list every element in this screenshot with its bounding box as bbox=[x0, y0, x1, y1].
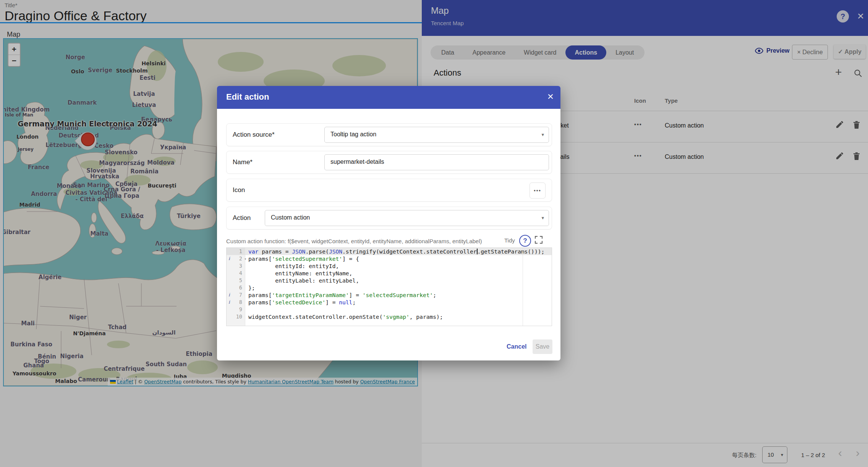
icon-label: Icon bbox=[233, 186, 245, 194]
action-source-select[interactable]: Tooltip tag action ▾ bbox=[324, 127, 549, 143]
dialog-title: Edit action bbox=[226, 92, 269, 102]
code-editor[interactable]: 12i▾34567i8i910 var params = JSON.parse(… bbox=[226, 247, 552, 326]
chevron-down-icon: ▾ bbox=[541, 215, 544, 221]
dialog-header: Edit action × bbox=[217, 86, 560, 109]
tidy-button[interactable]: Tidy bbox=[504, 237, 515, 244]
action-label: Action bbox=[233, 214, 251, 222]
print-margin bbox=[523, 248, 523, 326]
name-input[interactable]: supermarket-details bbox=[324, 154, 549, 170]
action-source-label: Action source* bbox=[233, 131, 275, 139]
icon-field: Icon ••• bbox=[226, 179, 552, 202]
dialog-close-icon[interactable]: × bbox=[547, 90, 554, 103]
editor-gutter: 12i▾34567i8i910 bbox=[227, 248, 245, 326]
name-label: Name* bbox=[233, 158, 253, 166]
cancel-button[interactable]: Cancel bbox=[507, 343, 526, 350]
fullscreen-icon[interactable] bbox=[534, 236, 543, 244]
page: Title* Dragino Office & Factory Map bbox=[0, 0, 868, 467]
function-signature-caption: Custom action function: f($event, widget… bbox=[226, 238, 482, 244]
action-source-field: Action source* Tooltip tag action ▾ bbox=[226, 123, 552, 146]
name-field: Name* supermarket-details bbox=[226, 151, 552, 174]
chevron-down-icon: ▾ bbox=[541, 132, 544, 137]
action-select[interactable]: Custom action ▾ bbox=[265, 210, 549, 226]
icon-picker-button[interactable]: ••• bbox=[530, 183, 546, 199]
save-button[interactable]: Save bbox=[533, 339, 552, 354]
editor-code: var params = JSON.parse(JSON.stringify(w… bbox=[245, 248, 552, 326]
function-help-icon[interactable]: ? bbox=[519, 235, 531, 247]
action-field: Action Custom action ▾ bbox=[226, 207, 552, 229]
edit-action-dialog: Edit action × Action source* Tooltip tag… bbox=[217, 86, 560, 360]
